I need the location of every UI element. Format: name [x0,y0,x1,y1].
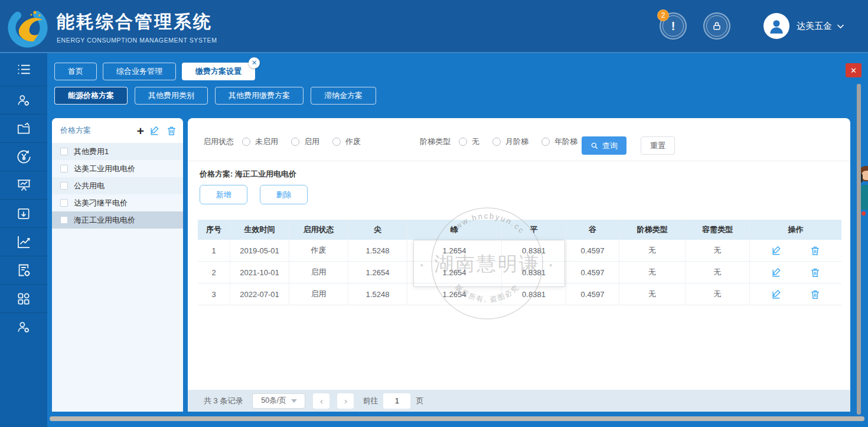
radio-not-enabled[interactable]: 未启用 [242,136,278,147]
add-button[interactable]: 新增 [200,185,247,204]
radio-icon [492,138,501,146]
radio-enabled[interactable]: 启用 [291,136,319,147]
table-cell: 0.8381 [502,262,566,283]
table-cell: 0.4597 [566,240,619,261]
list-item-label: 其他费用1 [74,146,109,157]
table-cell: 无 [619,240,686,261]
sidebar-item-report-settings[interactable] [0,256,47,285]
radio-label: 作废 [345,136,361,147]
chevron-down-icon [291,399,297,403]
radio-monthly-ladder[interactable]: 月阶梯 [492,136,528,147]
reset-button[interactable]: 重置 [641,136,675,155]
checkbox[interactable] [60,216,68,224]
list-item[interactable]: 达美工业用电电价 [52,160,183,177]
current-plan-line: 价格方案: 海正工业用电电价 [200,169,296,180]
list-item[interactable]: 其他费用1 [52,143,183,160]
radio-icon [291,138,299,146]
username-label[interactable]: 达美五金 [797,21,832,32]
sidebar-item-menu[interactable] [0,53,47,86]
column-header: 生效时间 [230,220,289,240]
chevron-down-icon[interactable] [837,24,844,29]
radio-label: 月阶梯 [505,136,528,147]
add-plan-icon[interactable]: + [137,125,144,137]
vertical-scrollbar[interactable] [857,84,861,415]
column-header: 容需类型 [686,220,750,240]
edit-row-icon[interactable] [771,267,782,278]
checkbox[interactable] [60,165,68,172]
next-page-button[interactable]: › [337,393,354,409]
list-item[interactable]: 达美刁继平电价 [52,194,183,211]
radio-voided[interactable]: 作废 [332,136,361,147]
row-actions [750,283,841,305]
delete-button[interactable]: 删除 [260,185,308,204]
list-item[interactable]: 公共用电 [52,177,183,194]
table-row: 32022-07-01启用1.52481.26540.83810.4597无无 [198,283,841,305]
app-subtitle: ENERGY CONSUMPTION MANAGEMENT SYSTEM [57,37,217,44]
table-cell: 2019-05-01 [230,240,289,261]
delete-row-icon[interactable] [810,245,821,256]
tab-payment-plan-settings[interactable]: 缴费方案设置 ✕ [182,63,255,80]
close-page-button[interactable]: ✕ [846,63,862,77]
search-icon [590,142,599,150]
column-header: 尖 [348,220,407,240]
table-header: 序号 生效时间 启用状态 尖 峰 平 谷 阶梯类型 容需类型 操作 [198,220,841,240]
sidebar [0,53,47,427]
table-cell: 无 [686,240,750,261]
sidebar-item-account-settings[interactable] [0,313,47,341]
table-cell: 3 [198,283,230,305]
column-header: 启用状态 [289,220,348,240]
user-avatar[interactable] [763,13,789,39]
search-button-label: 查询 [602,141,618,151]
pagination-bar: 共 3 条记录 50条/页 ‹ › 前往 页 [188,390,850,412]
sidebar-item-files[interactable] [0,115,47,143]
sidebar-item-apps[interactable] [0,285,47,313]
lock-button[interactable] [703,12,730,40]
tab-business-management[interactable]: 综合业务管理 [103,63,176,80]
main-panel: 启用状态 未启用 启用 作废 阶梯类型 无 [188,118,850,412]
sidebar-item-user-management[interactable] [0,86,47,115]
delete-row-icon[interactable] [810,289,821,300]
main-tabs: 首页 综合业务管理 缴费方案设置 ✕ [54,63,255,80]
tab-close-icon[interactable]: ✕ [249,57,260,69]
subtab-energy-price-plan[interactable]: 能源价格方案 [54,87,128,105]
divider [188,161,850,161]
edit-plan-icon[interactable] [149,125,161,136]
edit-row-icon[interactable] [771,289,782,300]
price-plan-list: 其他费用1 达美工业用电电价 公共用电 达美刁继平电价 海正工业用电电价 [52,143,183,229]
sidebar-item-statistics[interactable] [0,228,47,256]
page-number-input[interactable] [383,393,410,409]
app-header: 能耗综合管理系统 ENERGY CONSUMPTION MANAGEMENT S… [0,0,868,53]
user-icon [768,17,785,35]
search-button[interactable]: 查询 [582,136,626,155]
delete-row-icon[interactable] [810,267,821,278]
status-filter-label: 启用状态 [203,136,234,147]
page-size-value: 50条/页 [261,396,286,406]
tab-home[interactable]: 首页 [54,63,97,80]
subtab-other-fee-category[interactable]: 其他费用类别 [135,87,208,105]
page-size-select[interactable]: 50条/页 [252,393,305,409]
table-cell: 1 [198,240,230,261]
horizontal-scrollbar[interactable] [50,416,864,421]
radio-yearly-ladder[interactable]: 年阶梯 [541,136,577,147]
column-header: 谷 [566,220,619,240]
notifications-button[interactable]: ! 2 [660,12,687,40]
list-item-selected[interactable]: 海正工业用电电价 [52,211,183,229]
price-plan-header: 价格方案 + [52,118,183,143]
sidebar-item-monitor-board[interactable] [0,171,47,200]
checkbox[interactable] [60,182,68,190]
checkbox[interactable] [60,148,68,155]
app-logo-icon [7,5,50,48]
sidebar-item-billing[interactable] [0,143,47,171]
radio-none[interactable]: 无 [459,136,479,147]
edit-row-icon[interactable] [771,245,782,256]
line-chart-icon [16,234,32,250]
table-cell: 1.2654 [407,240,502,261]
presentation-chart-icon [16,177,32,193]
sidebar-item-import[interactable] [0,200,47,228]
price-plan-panel: 价格方案 + 其他费用1 达美工业用电电价 公共 [52,118,183,412]
checkbox[interactable] [60,199,68,207]
prev-page-button[interactable]: ‹ [313,393,329,409]
subtab-late-fee-plan[interactable]: 滞纳金方案 [311,87,376,105]
delete-plan-icon[interactable] [166,125,177,136]
subtab-other-fee-payment-plan[interactable]: 其他费用缴费方案 [215,87,304,105]
